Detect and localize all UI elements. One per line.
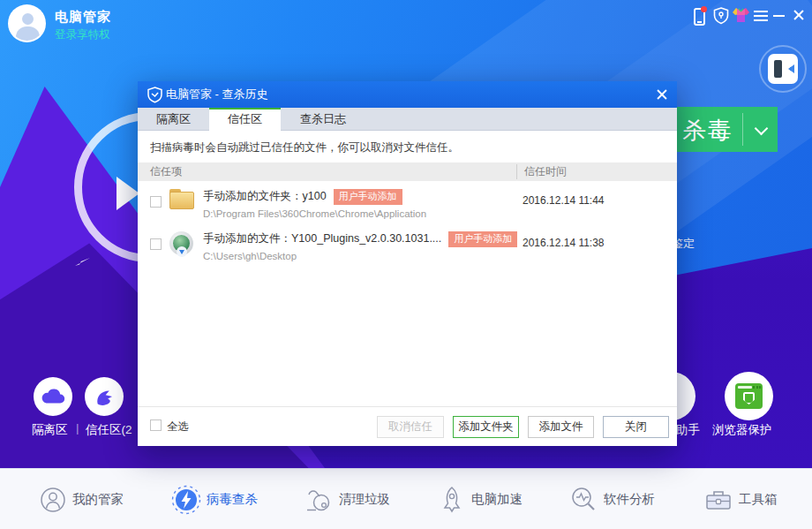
- chevron-down-icon[interactable]: [755, 122, 769, 136]
- column-trust-time: 信任时间: [516, 164, 567, 179]
- select-all-label: 全选: [167, 419, 189, 435]
- folder-icon: [169, 189, 194, 210]
- row-path: C:\Users\gh\Desktop: [203, 251, 297, 261]
- add-folder-button[interactable]: 添加文件夹: [453, 416, 519, 438]
- rocket-icon: [438, 485, 466, 515]
- collapse-panel-icon[interactable]: [768, 54, 798, 84]
- door-shape: [774, 60, 782, 78]
- phone-icon[interactable]: [694, 8, 705, 26]
- scan-button-label: 杀毒: [682, 115, 733, 147]
- shield-icon[interactable]: [713, 7, 729, 28]
- select-all-checkbox[interactable]: [150, 419, 162, 431]
- nav-virus-scan[interactable]: 病毒查杀: [171, 469, 258, 529]
- dialog-tabbar: 隔离区 信任区 查杀日志: [138, 108, 677, 131]
- vacuum-icon: [304, 486, 334, 514]
- nav-speed-up[interactable]: 电脑加速: [438, 469, 523, 529]
- nav-clean-junk[interactable]: 清理垃圾: [304, 469, 390, 529]
- row-badge: 用户手动添加: [334, 189, 402, 205]
- trust-label[interactable]: 信任区(2: [86, 422, 132, 438]
- cancel-trust-button[interactable]: 取消信任: [377, 416, 444, 438]
- table-header: 信任项 信任时间: [138, 162, 677, 181]
- nav-label: 病毒查杀: [207, 491, 258, 508]
- toolbox-icon: [703, 486, 733, 514]
- row-badge: 用户手动添加: [448, 231, 517, 247]
- table-row[interactable]: 手动添加的文件：Y100_Plugins_v2.0.30.1031.... 用户…: [138, 230, 677, 274]
- quarantine-zone-button[interactable]: [34, 377, 72, 416]
- column-trust-item: 信任项: [138, 164, 516, 179]
- dialog-close-icon[interactable]: [656, 88, 668, 101]
- notification-dot: [701, 6, 707, 12]
- dialog-title: 电脑管家 - 查杀历史: [166, 87, 268, 102]
- nav-label: 电脑加速: [471, 491, 523, 508]
- scan-history-dialog: 电脑管家 - 查杀历史 隔离区 信任区 查杀日志 扫描病毒时会自动跳过已信任的文…: [138, 81, 677, 446]
- add-file-button[interactable]: 添加文件: [528, 416, 594, 438]
- menu-icon[interactable]: [754, 11, 768, 21]
- arrow-stem-shape: [790, 67, 794, 71]
- installer-file-icon: [169, 231, 193, 255]
- nav-label: 我的管家: [72, 491, 124, 508]
- row-checkbox[interactable]: [150, 238, 162, 250]
- table-row[interactable]: 手动添加的文件夹：y100 用户手动添加 D:\Program Files\36…: [138, 187, 677, 231]
- tab-scan-log[interactable]: 查杀日志: [281, 108, 365, 131]
- button-divider: [742, 113, 743, 146]
- person-icon: [39, 486, 67, 514]
- nav-toolbox[interactable]: 工具箱: [703, 469, 778, 529]
- close-icon[interactable]: [793, 9, 805, 21]
- dialog-titlebar[interactable]: 电脑管家 - 查杀历史: [138, 81, 677, 108]
- row-title: 手动添加的文件夹：y100: [203, 189, 327, 204]
- row-time: 2016.12.14 11:44: [523, 194, 605, 207]
- nav-label: 工具箱: [739, 491, 778, 508]
- app-window: 电脑管家 登录享特权 杀毒 鉴定: [0, 0, 812, 529]
- label-divider: |: [76, 421, 79, 435]
- avatar-head: [22, 13, 34, 25]
- minimize-icon[interactable]: [773, 15, 785, 17]
- tab-trust[interactable]: 信任区: [209, 108, 281, 131]
- quarantine-label[interactable]: 隔离区: [32, 422, 68, 438]
- avatar[interactable]: [8, 4, 46, 42]
- row-checkbox[interactable]: [150, 196, 162, 208]
- nav-label: 清理垃圾: [339, 491, 390, 508]
- row-path: D:\Program Files\360Chrome\Chrome\Applic…: [203, 208, 426, 219]
- nav-software-analysis[interactable]: 软件分析: [568, 469, 655, 529]
- lightning-icon: [171, 485, 201, 515]
- browser-protect-label: 浏览器保护: [712, 422, 772, 438]
- magnifier-pulse-icon: [568, 485, 598, 515]
- assistant-partial-label: 助手: [676, 422, 700, 438]
- eagle-icon: [92, 384, 117, 409]
- cloud-icon: [41, 387, 65, 406]
- tab-quarantine[interactable]: 隔离区: [138, 108, 209, 131]
- close-button[interactable]: 关闭: [603, 416, 669, 438]
- trust-zone-button[interactable]: [85, 377, 124, 416]
- gift-shirt-icon[interactable]: [733, 7, 749, 26]
- nav-label: 软件分析: [604, 491, 655, 508]
- browser-shield-icon: [735, 383, 763, 409]
- bottom-navbar: 我的管家 病毒查杀 清理垃圾 电脑加速: [0, 468, 812, 529]
- dialog-footer: 全选 取消信任 添加文件夹 添加文件 关闭: [138, 406, 677, 446]
- nav-my-manager[interactable]: 我的管家: [39, 469, 124, 529]
- dialog-shield-icon: [147, 87, 163, 103]
- row-time: 2016.12.14 11:38: [523, 237, 605, 249]
- login-link[interactable]: 登录享特权: [55, 27, 110, 42]
- app-title: 电脑管家: [55, 9, 111, 26]
- row-title: 手动添加的文件：Y100_Plugins_v2.0.30.1031....: [203, 231, 441, 246]
- browser-protect-button[interactable]: [725, 372, 773, 420]
- trust-description: 扫描病毒时会自动跳过已信任的文件，你可以取消对文件信任。: [150, 140, 459, 155]
